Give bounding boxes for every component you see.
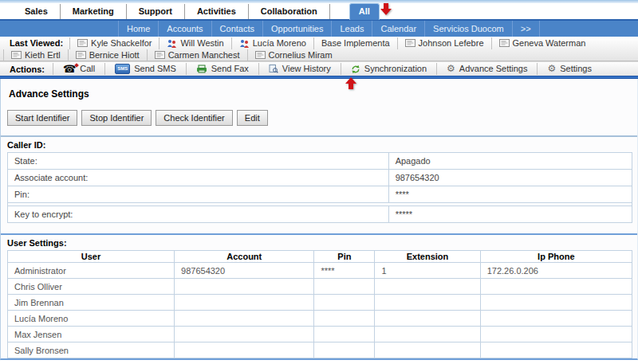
caller-id-row: State:Apagado [8,153,632,170]
start-identifier-button[interactable]: Start Identifier [7,110,77,126]
action-view-history[interactable]: View History [258,63,341,75]
people-icon [239,39,250,48]
contact-card-icon [499,39,510,47]
nav-contacts[interactable]: Contacts [212,21,263,37]
cell-pin [314,295,375,311]
tab-support[interactable]: Support [127,4,185,19]
col-user: User [8,251,175,263]
nav-servicios-duocom[interactable]: Servicios Duocom [425,21,513,37]
action-synchronization[interactable]: Synchronization [341,63,436,75]
nav-accounts[interactable]: Accounts [159,21,211,37]
cell-user: Jim Brennan [8,295,175,311]
user-settings-header-row: UserAccountPinExtensionIp Phone [8,251,632,263]
action-send-sms[interactable]: SMSSend SMS [104,63,186,75]
cell-ip-phone [480,327,632,342]
table-row: Max Jensen [8,327,632,342]
col-account: Account [175,251,314,263]
contact-card-icon [77,39,88,47]
caller-id-table: State:ApagadoAssociate account:987654320… [7,152,632,223]
last-viewed-item-will-westin[interactable]: Will Westin [159,37,230,49]
stop-identifier-button[interactable]: Stop Identifier [81,110,152,126]
caller-id-field-label: Key to encrypt: [8,206,389,223]
table-row: Jim Brennan [8,295,632,311]
edit-button[interactable]: Edit [237,110,268,126]
caller-id-field-label: State: [8,153,389,170]
table-row: Lucía Moreno [8,311,632,327]
cell-account [175,342,314,358]
cell-pin: **** [314,263,375,279]
last-viewed-label: Last Viewed: [3,38,69,48]
tab-marketing[interactable]: Marketing [61,4,127,19]
cell-extension: 1 [375,263,480,279]
cell-user: Max Jensen [8,327,175,342]
cell-pin [314,327,375,342]
last-viewed-item-luc-a-moreno[interactable]: Lucía Moreno [231,37,313,49]
last-viewed-item-johnson-lefebre[interactable]: Johnson Lefebre [397,37,491,49]
cell-ip-phone: 172.26.0.206 [480,263,632,279]
sync-icon [351,65,360,74]
tab-activities[interactable]: Activities [185,4,249,19]
cell-user: Sally Bronsen [8,342,175,358]
contact-card-icon [11,51,22,59]
tab-sales[interactable]: Sales [13,4,61,19]
cell-extension [375,295,480,311]
caller-id-row: Pin:**** [8,186,632,203]
annotation-arrow-up-icon [345,77,356,89]
table-row: Sally Bronsen [8,342,632,358]
action-label: Call [80,64,95,74]
main-content: Advance Settings Start IdentifierStop Id… [0,79,638,360]
last-viewed-item-kieth-ertl[interactable]: Kieth Ertl [3,49,68,61]
nav-leads[interactable]: Leads [332,21,372,37]
cell-account [175,311,314,327]
last-viewed-item-label: Lucía Moreno [253,38,306,49]
tab-collaboration[interactable]: Collaboration [249,4,330,19]
history-icon [269,65,278,73]
user-settings-table-body: Administrator987654320****1172.26.0.206C… [8,263,632,358]
cell-account: 987654320 [175,263,314,279]
fax-icon [196,65,207,73]
last-viewed-item-geneva-waterman[interactable]: Geneva Waterman [491,37,593,49]
action-call[interactable]: ☎Call [53,63,104,75]
cell-ip-phone [480,311,632,327]
action-label: Settings [560,64,592,74]
last-viewed-item-cornelius-miram[interactable]: Cornelius Miram [247,49,340,61]
last-viewed-item-label: Bernice Hiott [89,50,140,61]
last-viewed-item-label: Base Implementa [321,38,390,49]
col-pin: Pin [314,251,375,263]
cell-ip-phone [480,295,632,311]
action-send-fax[interactable]: Send Fax [186,63,258,75]
action-label: Synchronization [364,64,427,74]
check-identifier-button[interactable]: Check Identifier [156,110,232,126]
caller-id-row: Key to encrypt:***** [8,206,632,223]
action-settings[interactable]: ⚙Settings [537,63,601,75]
module-tab-bar: SalesMarketingSupportActivitiesCollabora… [0,3,638,19]
cell-ip-phone [480,342,632,358]
tab-all[interactable]: All [349,3,380,20]
last-viewed-item-kyle-shackelfor[interactable]: Kyle Shackelfor [69,37,159,49]
action-label: View History [282,64,331,74]
nav-bar: HomeAccountsContactsOpportunitiesLeadsCa… [0,19,638,37]
nav-home[interactable]: Home [118,21,159,37]
action-label: Send Fax [211,64,249,74]
caller-id-field-label: Pin: [8,186,389,203]
bottom-gap [0,360,638,364]
cell-user: Lucía Moreno [8,311,175,327]
cell-extension [375,342,480,358]
nav-calendar[interactable]: Calendar [372,21,425,37]
cell-user: Administrator [8,263,175,279]
action-advance-settings[interactable]: ⚙Advance Settings [436,63,537,75]
gear-icon: ⚙ [547,65,556,73]
last-viewed-item-bernice-hiott[interactable]: Bernice Hiott [68,49,147,61]
cell-account [175,279,314,295]
table-row: Administrator987654320****1172.26.0.206 [8,263,632,279]
nav-more[interactable]: >> [513,21,540,37]
caller-id-title: Caller ID: [7,140,637,150]
last-viewed-item-base-implementa[interactable]: Base Implementa [313,37,397,49]
caller-id-field-label: Associate account: [8,170,389,186]
nav-opportunities[interactable]: Opportunities [263,21,332,37]
table-row: Chris Olliver [8,279,632,295]
actions-label: Actions: [3,65,53,74]
last-viewed-item-carmen-manchest[interactable]: Carmen Manchest [147,49,247,61]
contact-card-icon [405,39,415,47]
annotation-arrow-down-icon [380,3,392,15]
